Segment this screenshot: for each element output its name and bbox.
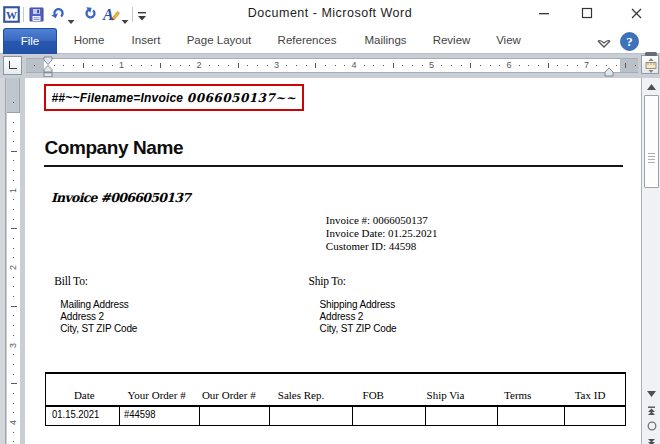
tab-references[interactable]: References <box>271 28 343 53</box>
word-window: W <box>0 0 660 444</box>
hruler-tick <box>528 65 529 67</box>
previous-page-button[interactable] <box>642 406 660 415</box>
hruler-tick <box>344 65 345 67</box>
tab-file[interactable]: File <box>3 28 57 54</box>
vruler-number: 4 <box>8 417 19 428</box>
thumb-grip <box>648 159 655 160</box>
vruler-tick <box>13 170 15 171</box>
vruler-number: 3 <box>8 340 19 351</box>
tab-selector-button[interactable] <box>3 56 22 75</box>
hruler-number: 6 <box>505 59 513 71</box>
hruler-tick <box>499 65 500 67</box>
table-data-cell[interactable]: #44598 <box>124 409 188 420</box>
hruler-tick <box>548 63 549 69</box>
hruler-tick <box>63 65 64 67</box>
hruler-tick <box>73 65 74 67</box>
tab-review[interactable]: Review <box>427 28 476 53</box>
hruler-number: 4 <box>350 59 358 71</box>
scrollbar-thumb[interactable] <box>644 95 659 188</box>
company-name-rule <box>44 165 623 167</box>
close-button[interactable] <box>621 1 651 25</box>
hruler-tick <box>412 65 413 67</box>
vruler-tick <box>13 122 15 123</box>
expand-ribbon-icon[interactable] <box>596 36 612 54</box>
help-button[interactable]: ? <box>620 32 639 55</box>
vruler-tick <box>13 286 15 287</box>
vruler-tick <box>13 141 15 142</box>
vruler-tick <box>13 199 15 200</box>
hruler-tick <box>112 65 113 67</box>
table-header-cell: Date <box>48 390 120 404</box>
table-border-line <box>199 407 200 425</box>
tab-mailings[interactable]: Mailings <box>357 28 414 53</box>
ship-to-label: Ship To: <box>309 275 346 288</box>
hruler-tick <box>519 65 520 67</box>
hruler-number: 1 <box>118 59 126 71</box>
thumb-grip <box>648 156 655 157</box>
window-title: Document - Microsoft Word <box>0 0 660 28</box>
invoice-info-line: Invoice Date: 01.25.2021 <box>326 227 438 240</box>
next-page-button[interactable] <box>642 436 660 444</box>
table-header-cell: Ship Via <box>409 390 481 404</box>
vruler-tick <box>13 219 15 220</box>
hruler-number: 2 <box>195 59 203 71</box>
vruler-tick <box>13 354 15 355</box>
hruler-tick <box>34 65 35 67</box>
vruler-tick <box>13 364 15 365</box>
minimize-button[interactable] <box>529 1 559 25</box>
hruler-tick <box>257 65 258 67</box>
vruler-tick <box>13 441 15 442</box>
vruler-tick <box>13 335 15 336</box>
table-border-line <box>269 407 270 425</box>
hruler-tick <box>373 65 374 67</box>
title-bar[interactable]: W <box>0 0 660 28</box>
company-name-heading: Company Name <box>44 138 183 157</box>
maximize-button[interactable] <box>572 1 602 25</box>
vruler-tick <box>13 296 15 297</box>
hruler-tick <box>160 63 161 69</box>
split-window-handle[interactable] <box>645 52 657 56</box>
hruler-tick <box>151 65 152 67</box>
hruler-tick <box>189 65 190 67</box>
vruler-tick <box>13 238 15 239</box>
document-area: 1234 ##~~Filename=Invoice 0066050137~~ C… <box>0 78 660 444</box>
vertical-ruler: 1234 <box>7 78 20 444</box>
scroll-up-arrow[interactable] <box>642 84 660 90</box>
select-browse-object-button[interactable] <box>642 421 660 431</box>
hruler-tick <box>616 65 617 67</box>
bill-to-label: Bill To: <box>54 275 88 288</box>
invoice-number-heading: Invoice #0066050137 <box>51 192 190 205</box>
hruler-tick <box>383 65 384 67</box>
hruler-tick <box>209 65 210 67</box>
vruler-tick <box>13 131 15 132</box>
table-border-line <box>45 425 627 426</box>
hruler-tick <box>228 65 229 67</box>
scroll-down-arrow[interactable] <box>642 391 660 397</box>
table-border-line <box>45 372 627 374</box>
table-border-line <box>425 407 426 425</box>
vruler-tick <box>11 151 17 152</box>
view-ruler-toggle-button[interactable] <box>641 55 659 74</box>
hruler-tick <box>461 65 462 67</box>
hruler-tick <box>402 65 403 67</box>
vertical-scrollbar[interactable] <box>641 78 660 444</box>
tab-insert[interactable]: Insert <box>124 28 168 53</box>
tab-view[interactable]: View <box>487 28 530 53</box>
first-line-indent-marker[interactable] <box>43 56 53 81</box>
hruler-number: 5 <box>428 59 436 71</box>
table-header-cell: Tax ID <box>554 390 626 404</box>
tab-page-layout[interactable]: Page Layout <box>180 28 258 53</box>
invoice-info-line: Customer ID: 44598 <box>326 240 438 253</box>
vruler-tick <box>13 432 15 433</box>
document-page[interactable]: ##~~Filename=Invoice 0066050137~~ Compan… <box>25 78 641 444</box>
vruler-tick <box>13 102 15 103</box>
hruler-tick <box>625 63 626 69</box>
vruler-tick <box>11 383 17 384</box>
thumb-grip <box>648 162 655 163</box>
hruler-tick <box>364 65 365 67</box>
vruler-tick <box>13 325 15 326</box>
table-data-cell[interactable]: 01.15.2021 <box>52 409 109 420</box>
table-header-cell: Terms <box>482 390 554 404</box>
invoice-info-line: Invoice #: 0066050137 <box>326 214 438 227</box>
tab-home[interactable]: Home <box>67 28 111 53</box>
